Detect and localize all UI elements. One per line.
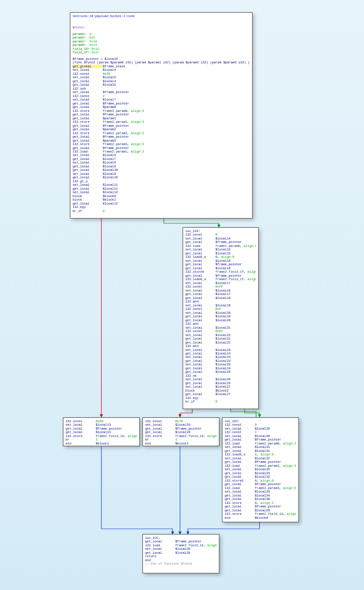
ops-list: i32.const 0set_local $local14get_local $… (185, 233, 256, 403)
ops-list: get_local $frame_pointeri32.load frame2.… (145, 540, 217, 562)
func-label: $func2: (73, 26, 250, 29)
cfg-node-branch-0x70[interactable]: i32.const 0x70set_local $local28get_loca… (142, 417, 219, 446)
cfg-node-loc-126[interactable]: loc_126: i32.const 0set_local $local14ge… (183, 227, 259, 409)
block-label: loc_1CC: (145, 536, 217, 540)
ops-list: i32.const 0x60set_local $local13get_loca… (66, 420, 137, 445)
ops-list: get_global $frame_stackset_local $local4… (73, 65, 250, 213)
ops-list: i32.const 0x70set_local $local28get_loca… (145, 420, 217, 445)
block-label: loc_162: (225, 420, 296, 423)
ops-list: i32.const 0set_local $local29i32.const 1… (225, 423, 296, 520)
block-label: loc_126: (185, 229, 256, 233)
cfg-node-loc-162[interactable]: loc_162: i32.const 0set_local $local29i3… (222, 417, 299, 522)
func-signature: (func $func2 (param $param0 i32) (param … (73, 61, 250, 64)
cfg-node-entry[interactable]: sections:10:payload:bodies:1:code $func2… (70, 12, 253, 219)
cfg-node-branch-0x60[interactable]: i32.const 0x60set_local $local13get_loca… (63, 417, 140, 446)
frame-pointer-line: $frame_pointer = $local6 (73, 57, 250, 61)
section-path: sections:10:payload:bodies:1:code (73, 14, 250, 18)
func-end-comment: ;; End of function $func2 (145, 562, 217, 566)
param-list: param3= 0param2= 0xCparam1= 0x10param0= … (73, 32, 250, 55)
cfg-node-loc-1cc[interactable]: loc_1CC: get_local $frame_pointeri32.loa… (142, 534, 219, 573)
